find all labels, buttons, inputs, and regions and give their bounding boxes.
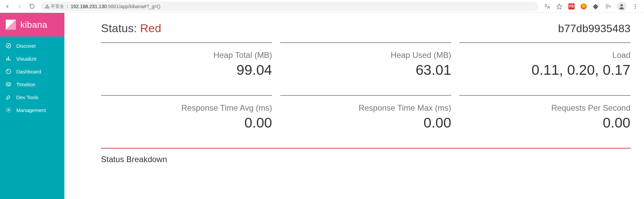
address-bar[interactable]: 不安全 | 192.168.231.130:5601/app/kibana#?_… xyxy=(41,2,538,11)
insecure-warning: 不安全 | xyxy=(45,3,68,9)
metric-heap-total: Heap Total (MB) 99.04 xyxy=(101,42,272,87)
svg-rect-14 xyxy=(6,58,7,61)
svg-point-8 xyxy=(635,6,636,7)
sidebar-item-label: Dashboard xyxy=(16,69,41,74)
status-breakdown-title: Status Breakdown xyxy=(101,155,630,164)
sidebar-item-label: Management xyxy=(16,107,46,113)
back-button[interactable] xyxy=(3,2,12,11)
metric-load: Load 0.11, 0.20, 0.17 xyxy=(459,42,630,87)
gear-icon xyxy=(5,107,12,113)
svg-point-1 xyxy=(47,7,47,7)
svg-point-20 xyxy=(9,84,10,85)
svg-marker-13 xyxy=(8,45,9,47)
sidebar-nav: Discover Visualize Dashboard Timelion De… xyxy=(0,37,64,119)
gauge-icon xyxy=(5,68,12,74)
brand-header[interactable]: kibana xyxy=(0,13,64,37)
svg-point-7 xyxy=(635,4,636,5)
svg-point-19 xyxy=(7,84,8,85)
sidebar-item-label: Timelion xyxy=(16,82,35,87)
svg-rect-18 xyxy=(6,83,11,86)
sidebar-item-label: Discover xyxy=(16,43,36,49)
svg-point-6 xyxy=(621,4,623,6)
address-text: 192.168.231.130:5601/app/kibana#?_g=() xyxy=(71,4,160,9)
sidebar: kibana Discover Visualize Dashboard Time… xyxy=(0,13,64,199)
kebab-menu-icon[interactable] xyxy=(632,3,639,10)
metric-label: Response Time Max (ms) xyxy=(280,103,451,113)
face-icon xyxy=(5,81,12,87)
metric-label: Requests Per Second xyxy=(459,103,630,113)
main-content: Status: Red b77db9935483 Heap Total (MB)… xyxy=(64,13,644,199)
browser-actions: FB xyxy=(542,2,641,11)
metric-label: Load xyxy=(459,50,630,60)
metric-value: 0.00 xyxy=(280,115,451,131)
metric-value: 99.04 xyxy=(101,62,272,78)
bookmark-star-icon[interactable] xyxy=(556,3,563,10)
sidebar-item-dashboard[interactable]: Dashboard xyxy=(0,65,64,78)
reading-list-icon[interactable] xyxy=(605,3,611,10)
metric-label: Heap Total (MB) xyxy=(101,50,272,60)
svg-rect-16 xyxy=(9,59,10,61)
translate-icon[interactable] xyxy=(544,3,550,10)
metric-value: 63.01 xyxy=(280,62,451,78)
metric-heap-used: Heap Used (MB) 63.01 xyxy=(280,42,451,87)
metric-rt-avg: Response Time Avg (ms) 0.00 xyxy=(101,95,272,140)
sidebar-item-visualize[interactable]: Visualize xyxy=(0,52,64,65)
metrics-grid: Heap Total (MB) 99.04 Heap Used (MB) 63.… xyxy=(101,42,630,164)
metric-value: 0.00 xyxy=(459,115,630,131)
brand-name: kibana xyxy=(20,20,47,30)
insecure-label: 不安全 xyxy=(51,3,64,9)
wrench-icon xyxy=(5,94,12,100)
browser-toolbar: 不安全 | 192.168.231.130:5601/app/kibana#?_… xyxy=(0,0,644,13)
svg-point-21 xyxy=(8,109,9,111)
sidebar-item-label: Dev Tools xyxy=(16,94,39,100)
svg-point-9 xyxy=(635,7,636,8)
profile-avatar-icon[interactable] xyxy=(617,2,626,11)
sidebar-item-discover[interactable]: Discover xyxy=(0,39,64,52)
sidebar-item-label: Visualize xyxy=(16,56,37,62)
extension-badge-icon[interactable]: FB xyxy=(568,3,575,10)
metric-label: Response Time Avg (ms) xyxy=(101,103,272,113)
metric-label: Heap Used (MB) xyxy=(280,50,451,60)
kibana-logo-icon xyxy=(5,19,17,31)
extensions-puzzle-icon[interactable] xyxy=(592,3,599,10)
metric-value: 0.11, 0.20, 0.17 xyxy=(459,62,630,78)
compass-icon xyxy=(5,43,12,49)
metric-rps: Requests Per Second 0.00 xyxy=(459,95,630,140)
metric-value: 0.00 xyxy=(101,115,272,131)
svg-rect-15 xyxy=(8,57,9,61)
status-value: Red xyxy=(140,22,161,35)
sidebar-item-devtools[interactable]: Dev Tools xyxy=(0,91,64,104)
sidebar-item-management[interactable]: Management xyxy=(0,104,64,116)
page-title: Status: Red xyxy=(101,22,161,35)
extension-flame-icon[interactable] xyxy=(580,3,587,10)
metric-rt-max: Response Time Max (ms) 0.00 xyxy=(280,95,451,140)
status-header: Status: Red b77db9935483 xyxy=(101,22,630,35)
node-id: b77db9935483 xyxy=(558,22,630,35)
reload-button[interactable] xyxy=(27,2,37,11)
warning-icon xyxy=(45,4,49,9)
svg-marker-2 xyxy=(557,4,562,9)
status-breakdown-section: Status Breakdown xyxy=(101,148,630,164)
sidebar-item-timelion[interactable]: Timelion xyxy=(0,78,64,91)
status-prefix: Status: xyxy=(101,22,140,35)
forward-button[interactable] xyxy=(15,2,24,11)
barchart-icon xyxy=(5,56,12,62)
